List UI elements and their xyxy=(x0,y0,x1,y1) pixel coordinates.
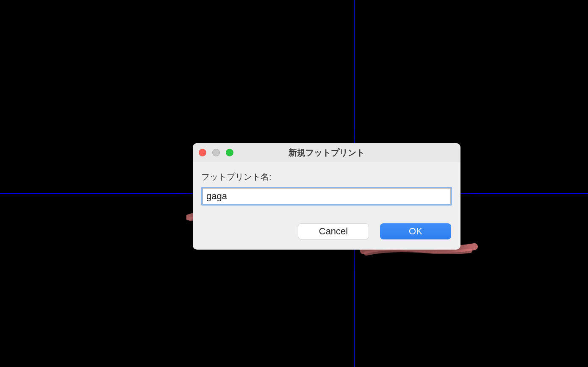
ok-button[interactable]: OK xyxy=(380,223,451,239)
dialog-title: 新規フットプリント xyxy=(199,147,455,158)
traffic-lights xyxy=(199,149,233,156)
dialog-titlebar[interactable]: 新規フットプリント xyxy=(193,143,460,162)
cancel-button[interactable]: Cancel xyxy=(298,223,369,239)
dialog-button-row: Cancel OK xyxy=(201,223,452,241)
minimize-icon[interactable] xyxy=(212,149,220,156)
footprint-name-input[interactable] xyxy=(202,188,451,204)
footprint-name-input-wrap xyxy=(201,187,452,206)
footprint-name-label: フットプリント名: xyxy=(201,171,452,183)
dialog-body: フットプリント名: Cancel OK xyxy=(193,162,460,250)
new-footprint-dialog: 新規フットプリント フットプリント名: Cancel OK xyxy=(193,143,460,250)
close-icon[interactable] xyxy=(199,149,206,156)
maximize-icon[interactable] xyxy=(226,149,233,156)
